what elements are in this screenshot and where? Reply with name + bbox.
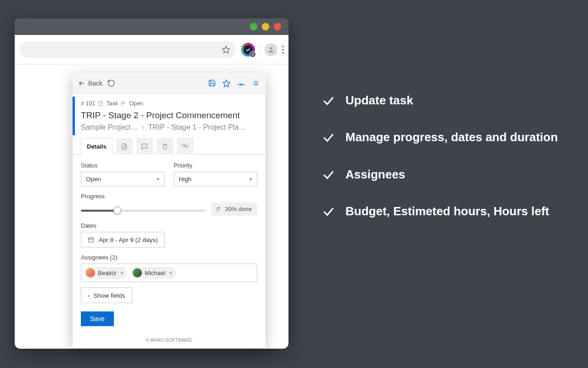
feature-list: Update task Manage progress, dates and d… (322, 92, 560, 240)
popup-header: Back (73, 73, 266, 94)
tab-clipboard[interactable] (157, 138, 173, 155)
dates-label: Dates (81, 222, 257, 229)
avatar (86, 268, 95, 277)
svg-rect-13 (185, 145, 187, 147)
save-button[interactable]: Save (81, 311, 114, 326)
back-label: Back (88, 80, 102, 87)
back-button[interactable]: Back (78, 80, 102, 87)
extension-badge: 3 (249, 51, 256, 58)
status-select[interactable]: Open ▾ (81, 172, 164, 186)
form-area: Status Open ▾ Priority High ▾ Progress (73, 155, 266, 333)
flag-icon (121, 101, 126, 106)
task-type: Task (106, 100, 118, 107)
checkmark-icon (322, 94, 335, 108)
feature-text: Manage progress, dates and duration (345, 129, 558, 145)
checkmark-icon (322, 131, 335, 144)
document-icon (98, 101, 103, 106)
tab-strip: Details (73, 138, 266, 155)
feature-text: Assignees (345, 166, 405, 183)
save-disk-icon[interactable] (208, 79, 216, 87)
assignee-chip[interactable]: Michael × (131, 267, 176, 279)
show-fields-label: Show fields (94, 292, 125, 299)
task-header: # 101 Task Open TRIP - Stage 2 - Project… (73, 94, 266, 138)
svg-point-1 (270, 47, 272, 49)
priority-value: High (179, 176, 192, 183)
traffic-light-green[interactable] (250, 23, 257, 30)
menu-icon[interactable] (252, 79, 260, 87)
divider (260, 44, 260, 55)
address-bar-row: 3 (15, 35, 288, 64)
remove-icon[interactable]: × (120, 270, 124, 276)
refresh-icon[interactable] (107, 79, 115, 87)
star-icon[interactable] (222, 46, 230, 54)
task-id: # 101 (81, 100, 95, 107)
assignee-name: Michael (145, 270, 165, 276)
chevron-down-icon: ▾ (249, 176, 252, 182)
tab-documents[interactable] (116, 138, 133, 155)
assignee-name: Beatriz (98, 270, 116, 276)
traffic-light-red[interactable] (274, 23, 281, 30)
feature-item: Budget, Estimeted hours, Hours left (322, 203, 560, 219)
browser-menu-icon[interactable] (282, 46, 284, 54)
feature-text: Update task (345, 92, 413, 109)
breadcrumb-parent[interactable]: TRIP - Stage 1 - Project Pla… (148, 123, 246, 131)
feature-text: Budget, Estimeted hours, Hours left (345, 203, 549, 219)
tab-details[interactable]: Details (81, 138, 113, 155)
address-bar[interactable] (19, 41, 236, 58)
priority-select[interactable]: High ▾ (174, 172, 257, 186)
checkmark-icon (322, 168, 335, 182)
window-controls (250, 23, 281, 30)
avatar (133, 268, 142, 277)
remove-icon[interactable]: × (169, 270, 173, 276)
priority-label: Priority (174, 162, 257, 169)
star-outline-icon[interactable] (222, 79, 231, 87)
assignees-label: Assignees (2) (81, 254, 257, 261)
progress-badge: 30% done (211, 202, 257, 216)
tab-folders[interactable] (177, 138, 193, 155)
status-label: Status (81, 162, 164, 169)
flag-icon (216, 207, 222, 212)
breadcrumb-project[interactable]: Sample Project… (81, 123, 138, 131)
task-title: TRIP - Stage 2 - Project Commencement (81, 110, 257, 121)
calendar-icon (88, 236, 94, 243)
chevron-down-icon: ▾ (157, 176, 159, 182)
accent-bar (73, 97, 75, 135)
dates-button[interactable]: Apr 8 - Apr 9 (2 days) (81, 232, 164, 247)
breadcrumb[interactable]: Sample Project… › TRIP - Stage 1 - Proje… (81, 123, 257, 132)
chevron-right-icon: › (142, 123, 144, 131)
feature-item: Update task (322, 92, 560, 109)
assignee-chip[interactable]: Beatriz × (84, 267, 127, 279)
extension-icon[interactable]: 3 (241, 43, 255, 57)
extension-popup: Back # 101 Task Open TRIP - Stage 2 - Pr… (73, 73, 266, 348)
progress-text: 30% done (225, 206, 252, 213)
progress-slider[interactable] (81, 206, 205, 215)
svg-rect-14 (89, 238, 94, 242)
traffic-light-yellow[interactable] (262, 23, 269, 30)
profile-icon[interactable] (265, 43, 277, 56)
show-fields-button[interactable]: › Show fields (81, 288, 132, 303)
popup-pointer (222, 69, 231, 73)
checkmark-icon (322, 205, 335, 218)
status-value: Open (86, 176, 101, 183)
svg-rect-12 (182, 144, 185, 146)
assignees-input[interactable]: Beatriz × Michael × (81, 264, 257, 282)
browser-tab-bar (15, 18, 288, 35)
task-meta: # 101 Task Open (81, 100, 257, 107)
feature-item: Assignees (322, 166, 560, 183)
svg-point-4 (240, 84, 242, 85)
feature-item: Manage progress, dates and duration (322, 129, 560, 145)
svg-marker-3 (223, 80, 230, 86)
watch-icon[interactable] (237, 79, 245, 87)
task-status-chip: Open (129, 100, 143, 107)
tab-comments[interactable] (136, 138, 153, 155)
arrow-left-icon (78, 80, 85, 87)
svg-marker-0 (223, 46, 230, 53)
progress-label: Progress (81, 193, 257, 200)
chevron-right-icon: › (88, 292, 90, 299)
popup-footer: © AHAU SOFTWARE (73, 333, 266, 348)
dates-value: Apr 8 - Apr 9 (2 days) (99, 236, 158, 243)
